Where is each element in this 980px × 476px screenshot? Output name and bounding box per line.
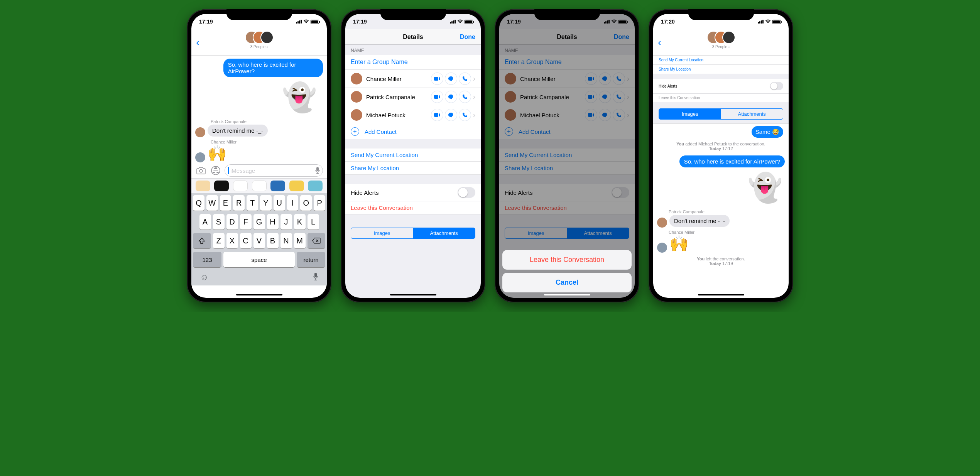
key-q[interactable]: Q — [193, 195, 204, 211]
key-r[interactable]: R — [233, 195, 245, 211]
appstore-icon[interactable] — [210, 165, 221, 176]
delete-key[interactable] — [308, 233, 326, 248]
shift-key[interactable] — [193, 233, 211, 248]
key-s[interactable]: S — [213, 214, 225, 230]
key-d[interactable]: D — [226, 214, 238, 230]
segment-attachments[interactable]: Attachments — [413, 228, 475, 238]
camera-icon[interactable] — [195, 165, 207, 176]
key-h[interactable]: H — [267, 214, 279, 230]
contact-name: Chance Miller — [366, 76, 429, 82]
space-key[interactable]: space — [223, 252, 295, 267]
keyboard[interactable]: QWERTYUIOP ASDFGHJKL ZXCVBNM 123 space r… — [191, 193, 327, 285]
home-indicator[interactable] — [698, 294, 744, 295]
done-button[interactable]: Done — [460, 34, 475, 41]
key-o[interactable]: O — [300, 195, 312, 211]
key-n[interactable]: N — [280, 233, 292, 248]
app-sticker-2[interactable] — [289, 181, 304, 191]
segmented-control[interactable]: Images Attachments — [659, 108, 783, 120]
app-sticker-3[interactable] — [308, 181, 323, 191]
key-m[interactable]: M — [294, 233, 306, 248]
message-icon[interactable] — [445, 73, 457, 84]
text-cursor — [228, 167, 229, 174]
sheet-cancel-button[interactable]: Cancel — [502, 273, 632, 292]
home-indicator[interactable] — [236, 294, 282, 295]
key-g[interactable]: G — [253, 214, 265, 230]
key-v[interactable]: V — [253, 233, 265, 248]
key-u[interactable]: U — [274, 195, 285, 211]
numbers-key[interactable]: 123 — [193, 252, 221, 267]
return-key[interactable]: return — [297, 252, 325, 267]
message-outgoing[interactable]: Same 😂 — [752, 126, 783, 138]
key-k[interactable]: K — [294, 214, 306, 230]
chat-scroll[interactable]: Send My Current Location Share My Locati… — [653, 56, 789, 298]
key-z[interactable]: Z — [213, 233, 225, 248]
send-location-button[interactable]: Send My Current Location — [653, 56, 789, 65]
header-title-group[interactable]: 3 People › — [245, 31, 274, 49]
message-outgoing[interactable]: So, who here is excited for AirPower? — [223, 59, 323, 77]
video-call-icon[interactable] — [431, 91, 443, 103]
header-title-group[interactable]: 3 People › — [707, 31, 735, 49]
message-incoming[interactable]: Don't remind me -_- — [669, 215, 730, 227]
key-w[interactable]: W — [206, 195, 218, 211]
leave-conversation-button[interactable]: Leave this Conversation — [345, 201, 481, 214]
segment-images[interactable]: Images — [351, 228, 413, 238]
app-strip[interactable] — [191, 178, 327, 193]
chat-scroll[interactable]: So, who here is excited for AirPower? 👻 … — [191, 56, 327, 163]
contact-row[interactable]: Patrick Campanale › — [345, 88, 481, 106]
microphone-icon[interactable] — [315, 167, 320, 174]
message-icon[interactable] — [445, 109, 457, 121]
key-y[interactable]: Y — [260, 195, 272, 211]
segment-attachments[interactable]: Attachments — [721, 109, 783, 119]
add-contact-button[interactable]: + Add Contact — [345, 124, 481, 139]
video-call-icon[interactable] — [431, 109, 443, 121]
app-digital-touch[interactable] — [214, 181, 229, 191]
avatar — [657, 243, 667, 253]
group-name-field[interactable]: Enter a Group Name — [345, 55, 481, 70]
message-incoming[interactable]: Don't remind me -_- — [208, 125, 268, 137]
app-game[interactable] — [252, 181, 267, 191]
notch — [534, 9, 600, 20]
key-f[interactable]: F — [240, 214, 252, 230]
phone-icon[interactable] — [459, 109, 471, 121]
segmented-control[interactable]: Images Attachments — [351, 228, 475, 239]
key-x[interactable]: X — [226, 233, 238, 248]
message-icon[interactable] — [445, 91, 457, 103]
app-sticker-1[interactable] — [270, 181, 285, 191]
contact-row[interactable]: Michael Potuck › — [345, 106, 481, 124]
key-p[interactable]: P — [314, 195, 325, 211]
emoji-keyboard-icon[interactable]: ☺ — [200, 272, 208, 282]
share-location-button[interactable]: Share My Location — [345, 162, 481, 175]
key-a[interactable]: A — [199, 214, 211, 230]
back-button[interactable]: ‹ — [656, 36, 663, 49]
app-music[interactable] — [233, 181, 248, 191]
key-b[interactable]: B — [267, 233, 279, 248]
key-i[interactable]: I — [287, 195, 299, 211]
conversation-header: ‹ 3 People › — [653, 29, 789, 56]
message-outgoing[interactable]: So, who here is excited for AirPower? — [679, 155, 785, 167]
video-call-icon[interactable] — [431, 73, 443, 84]
hide-alerts-toggle[interactable] — [770, 82, 784, 90]
send-location-button[interactable]: Send My Current Location — [345, 149, 481, 162]
app-animoji[interactable] — [196, 181, 210, 191]
svg-rect-2 — [316, 167, 319, 171]
phone-icon[interactable] — [459, 91, 471, 103]
share-location-button[interactable]: Share My Location — [653, 65, 789, 74]
home-indicator[interactable] — [544, 294, 590, 295]
phone-icon[interactable] — [459, 73, 471, 84]
home-indicator[interactable] — [390, 294, 436, 295]
hide-alerts-toggle[interactable] — [458, 187, 475, 198]
segment-images[interactable]: Images — [659, 109, 721, 119]
dictation-icon[interactable] — [313, 272, 318, 282]
message-input[interactable]: iMessage — [225, 164, 323, 177]
sender-label: Patrick Campanale — [653, 207, 789, 214]
chevron-right-icon: › — [473, 93, 475, 101]
contact-name: Patrick Campanale — [366, 94, 429, 100]
back-button[interactable]: ‹ — [194, 36, 201, 49]
key-j[interactable]: J — [280, 214, 292, 230]
key-c[interactable]: C — [240, 233, 252, 248]
key-e[interactable]: E — [220, 195, 231, 211]
sheet-leave-button[interactable]: Leave this Conversation — [502, 250, 632, 270]
key-l[interactable]: L — [308, 214, 319, 230]
key-t[interactable]: T — [247, 195, 258, 211]
contact-row[interactable]: Chance Miller › — [345, 70, 481, 88]
